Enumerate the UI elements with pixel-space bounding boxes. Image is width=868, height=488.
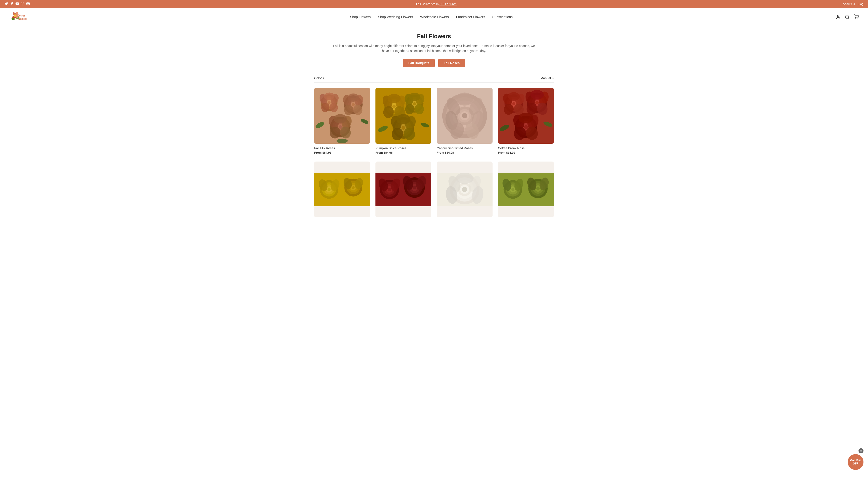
social-icons-container [4, 2, 30, 6]
search-icon[interactable] [844, 14, 850, 20]
svg-point-20 [858, 19, 858, 19]
svg-text:®: ® [26, 18, 27, 20]
svg-point-164 [413, 186, 416, 189]
banner-text: Fall Colors Are In SHOP NOW! [30, 2, 843, 6]
product-image-5 [314, 162, 370, 217]
nav-fundraiser[interactable]: Fundraiser Flowers [456, 15, 485, 19]
nav-shop-wedding[interactable]: Shop Wedding Flowers [378, 15, 413, 19]
main-nav: Shop Flowers Shop Wedding Flowers Wholes… [350, 15, 513, 19]
svg-point-2 [22, 3, 23, 4]
product-card-4[interactable]: Coffee Break Rose From $74.99 [498, 88, 554, 154]
svg-point-70 [413, 102, 416, 105]
product-image-3 [437, 88, 493, 144]
svg-point-73 [409, 93, 420, 101]
fall-roses-btn[interactable]: Fall Roses [438, 59, 465, 67]
banner-shop-link[interactable]: SHOP NOW! [439, 2, 457, 6]
product-card-1[interactable]: Fall Mix Roses From $84.98 [314, 88, 370, 154]
twitter-icon[interactable] [4, 2, 8, 6]
account-icon[interactable] [835, 14, 841, 20]
svg-point-119 [535, 101, 539, 104]
svg-point-3 [23, 2, 24, 3]
cart-icon[interactable] [854, 14, 859, 20]
svg-point-132 [519, 113, 533, 123]
product-image-1 [314, 88, 370, 144]
svg-point-178 [456, 173, 473, 184]
facebook-icon[interactable] [10, 2, 13, 6]
page-content: Fall Flowers Fall is a beautiful season … [310, 26, 558, 227]
svg-text:flower: flower [18, 14, 25, 17]
sort-chevron: ▾ [552, 76, 554, 80]
nav-subscriptions[interactable]: Subscriptions [492, 15, 513, 19]
svg-point-60 [393, 105, 396, 108]
product-price-3: From $84.98 [437, 151, 493, 154]
svg-point-39 [348, 93, 359, 101]
youtube-icon[interactable] [16, 2, 19, 6]
logo[interactable]: flower explosion ® [9, 11, 27, 23]
cta-buttons: Fall Bouquets Fall Roses [314, 59, 554, 67]
svg-point-36 [352, 103, 355, 106]
product-price-2: From $84.98 [375, 151, 431, 154]
svg-point-112 [508, 92, 520, 101]
product-price-4: From $74.99 [498, 151, 554, 154]
top-links: About Us Blog [843, 2, 864, 6]
svg-point-157 [388, 188, 391, 191]
product-card-5[interactable] [314, 162, 370, 220]
svg-point-122 [530, 90, 544, 100]
svg-point-129 [524, 125, 528, 129]
fall-bouquets-btn[interactable]: Fall Bouquets [403, 59, 435, 67]
svg-point-63 [388, 94, 401, 103]
product-image-6 [375, 162, 431, 217]
product-card-6[interactable] [375, 162, 431, 220]
svg-point-103 [456, 92, 473, 105]
svg-point-191 [536, 187, 540, 190]
svg-point-49 [334, 114, 347, 123]
product-image-7 [437, 162, 493, 217]
product-card-2[interactable]: Pumpkin Spice Roses From $84.98 [375, 88, 431, 154]
sort-label: Manual [540, 76, 551, 80]
product-price-1: From $84.98 [314, 151, 370, 154]
product-card-7[interactable] [437, 162, 493, 220]
product-name-4: Coffee Break Rose [498, 147, 554, 150]
product-card-3[interactable]: Cappuccino Tinted Roses From $84.98 [437, 88, 493, 154]
header-icons [835, 14, 859, 20]
svg-point-54 [337, 139, 348, 143]
top-banner: Fall Colors Are In SHOP NOW! About Us Bl… [0, 0, 868, 8]
color-filter-label: Color [314, 76, 322, 80]
color-filter[interactable]: Color ▾ [314, 76, 324, 80]
product-image-4 [498, 88, 554, 144]
page-description: Fall is a beautiful season with many bri… [332, 43, 536, 54]
nav-shop-flowers[interactable]: Shop Flowers [350, 15, 371, 19]
svg-point-83 [396, 114, 410, 124]
svg-point-109 [512, 102, 515, 105]
product-name-3: Cappuccino Tinted Roses [437, 147, 493, 150]
filter-bar: Color ▾ Manual ▾ [314, 74, 554, 83]
color-filter-chevron: ▾ [323, 76, 324, 79]
svg-point-16 [837, 15, 839, 17]
svg-point-96 [462, 113, 467, 119]
svg-rect-1 [21, 2, 24, 5]
product-image-2 [375, 88, 431, 144]
svg-point-80 [401, 126, 405, 130]
about-us-link[interactable]: About Us [843, 2, 855, 6]
page-title: Fall Flowers [314, 33, 554, 40]
svg-point-149 [352, 186, 355, 189]
product-card-8[interactable] [498, 162, 554, 220]
svg-point-19 [855, 19, 856, 19]
svg-point-173 [462, 187, 467, 192]
svg-line-18 [848, 18, 849, 19]
sort-select[interactable]: Manual ▾ [540, 76, 554, 80]
product-image-8 [498, 162, 554, 217]
product-grid: Fall Mix Roses From $84.98 [314, 88, 554, 154]
product-name-2: Pumpkin Spice Roses [375, 147, 431, 150]
svg-point-10 [13, 14, 16, 17]
svg-point-142 [328, 188, 331, 191]
product-grid-row2 [314, 162, 554, 220]
blog-link[interactable]: Blog [858, 2, 864, 6]
site-header: flower explosion ® Shop Flowers Shop Wed… [0, 8, 868, 26]
svg-point-184 [511, 188, 514, 191]
product-name-1: Fall Mix Roses [314, 147, 370, 150]
svg-point-46 [339, 125, 342, 129]
instagram-icon[interactable] [21, 2, 24, 6]
pinterest-icon[interactable] [26, 2, 30, 6]
nav-wholesale[interactable]: Wholesale Flowers [420, 15, 449, 19]
